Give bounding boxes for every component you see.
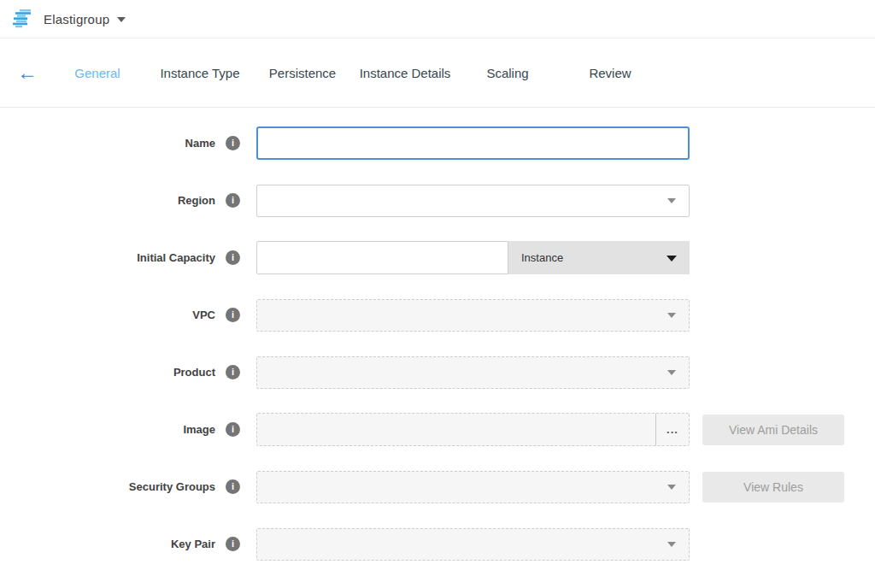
info-icon[interactable]: i	[226, 193, 240, 208]
name-label: Name	[0, 137, 215, 150]
security-groups-select	[256, 471, 690, 503]
view-rules-button[interactable]: View Rules	[702, 472, 844, 503]
info-icon[interactable]: i	[226, 136, 240, 150]
chevron-down-icon	[667, 313, 676, 318]
info-icon[interactable]: i	[226, 479, 240, 494]
key-pair-row: Key Pair i	[0, 527, 875, 561]
chevron-down-icon	[667, 198, 676, 203]
initial-capacity-row: Initial Capacity i Instance	[0, 241, 875, 274]
view-ami-details-button[interactable]: View Ami Details	[702, 415, 844, 445]
chevron-down-icon[interactable]	[117, 17, 126, 22]
tab-review[interactable]: Review	[559, 66, 661, 80]
region-row: Region i	[0, 184, 875, 217]
initial-capacity-label: Initial Capacity	[0, 251, 215, 264]
security-groups-row: Security Groups i View Rules	[0, 470, 875, 503]
region-label: Region	[0, 194, 215, 207]
wizard-tab-bar: ← General Instance Type Persistence Inst…	[0, 38, 875, 108]
region-select[interactable]	[256, 185, 690, 217]
name-row: Name i	[0, 126, 875, 160]
image-input: ...	[256, 413, 690, 446]
capacity-unit-value: Instance	[521, 251, 563, 264]
name-input[interactable]	[256, 126, 690, 160]
product-select	[256, 356, 690, 389]
image-value	[257, 414, 655, 445]
tab-persistence[interactable]: Persistence	[251, 66, 354, 80]
info-icon[interactable]: i	[226, 250, 240, 265]
vpc-label: VPC	[0, 309, 215, 321]
chevron-down-icon	[667, 256, 677, 262]
chevron-down-icon	[667, 485, 676, 490]
key-pair-label: Key Pair	[0, 538, 215, 550]
chevron-down-icon	[667, 370, 676, 375]
product-switcher-label[interactable]: Elastigroup	[44, 12, 109, 26]
info-icon[interactable]: i	[226, 537, 240, 551]
product-row: Product i	[0, 356, 875, 389]
wizard-tabs: General Instance Type Persistence Instan…	[46, 66, 661, 80]
tab-general[interactable]: General	[46, 66, 149, 80]
product-label: Product	[0, 366, 215, 379]
capacity-unit-select[interactable]: Instance	[508, 241, 690, 274]
info-icon[interactable]: i	[226, 365, 240, 379]
tab-scaling[interactable]: Scaling	[456, 66, 559, 80]
chevron-down-icon	[667, 542, 676, 547]
info-icon[interactable]: i	[226, 308, 240, 322]
initial-capacity-input[interactable]	[256, 241, 508, 274]
security-groups-label: Security Groups	[0, 480, 215, 493]
image-browse-button[interactable]: ...	[655, 414, 689, 445]
back-arrow-icon[interactable]: ←	[17, 62, 38, 83]
top-bar: Elastigroup	[0, 0, 875, 38]
info-icon[interactable]: i	[226, 422, 240, 437]
image-row: Image i ... View Ami Details	[0, 413, 875, 446]
general-settings-form: Name i Region i Initial Capacity i Insta…	[0, 108, 875, 561]
tab-instance-details[interactable]: Instance Details	[354, 66, 456, 80]
vpc-row: VPC i	[0, 298, 875, 332]
tab-instance-type[interactable]: Instance Type	[149, 66, 251, 80]
key-pair-select	[256, 528, 690, 561]
image-label: Image	[0, 423, 215, 436]
elastigroup-logo-icon	[12, 9, 34, 28]
vpc-select	[256, 299, 690, 332]
